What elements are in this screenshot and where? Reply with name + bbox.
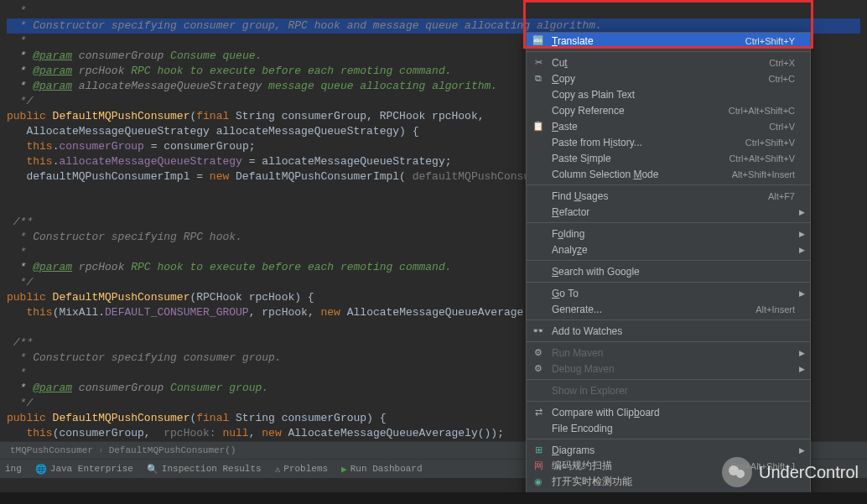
warning-icon: ⚠: [275, 464, 281, 475]
menu-item-paste-history[interactable]: Paste from History... Ctrl+Shift+V: [527, 134, 810, 150]
wechat-icon: [722, 457, 752, 487]
menu-separator: [527, 341, 810, 342]
globe-icon: 🌐: [35, 464, 47, 475]
menu-separator: [527, 439, 810, 439]
menu-separator: [527, 222, 810, 223]
menu-item-refactor[interactable]: Refactor ▶: [527, 204, 810, 220]
menu-separator: [527, 51, 810, 52]
paste-icon: 📋: [532, 120, 545, 133]
chevron-right-icon: ›: [98, 445, 104, 455]
breadcrumb-item[interactable]: tMQPushConsumer: [5, 445, 98, 455]
menu-item-cut[interactable]: ✂ Cut Ctrl+X: [527, 55, 810, 70]
toggle-icon: ◉: [532, 475, 545, 489]
menu-item-analyze[interactable]: Analyze ▶: [527, 242, 810, 257]
menu-item-search-google[interactable]: Search with Google: [527, 263, 810, 279]
menu-item-paste-simple[interactable]: Paste Simple Ctrl+Alt+Shift+V: [527, 150, 810, 166]
alibaba-icon: 网: [532, 460, 545, 473]
tool-window-tab[interactable]: ⚠Problems: [275, 464, 328, 475]
chevron-right-icon: ▶: [799, 208, 805, 216]
watermark: UnderControl: [722, 457, 859, 487]
cut-icon: ✂: [532, 56, 545, 70]
gear-icon: ⚙: [532, 362, 545, 376]
menu-separator: [527, 260, 810, 261]
menu-item-compare-clipboard[interactable]: ⇄ Compare with Clipboard: [527, 404, 810, 420]
menu-separator: [527, 320, 810, 320]
tool-window-tab[interactable]: ing: [5, 464, 22, 474]
menu-item-column-selection[interactable]: Column Selection Mode Alt+Shift+Insert: [527, 166, 810, 182]
menu-separator: [527, 184, 810, 185]
chevron-right-icon: ▶: [799, 349, 805, 357]
tool-window-tab[interactable]: ▶Run Dashboard: [341, 464, 422, 475]
tool-window-tab[interactable]: 🌐Java Enterprise: [35, 464, 133, 475]
chevron-right-icon: ▶: [799, 246, 805, 254]
menu-separator: [527, 282, 810, 283]
menu-item-show-explorer[interactable]: Show in Explorer: [527, 382, 810, 398]
diagram-icon: ⊞: [532, 444, 545, 457]
breadcrumb-item[interactable]: DefaultMQPushConsumer(): [104, 445, 241, 455]
menu-separator: [527, 379, 810, 380]
code-line: *: [7, 3, 860, 18]
menu-item-generate[interactable]: Generate... Alt+Insert: [527, 301, 810, 317]
menu-separator: [527, 401, 810, 402]
translate-icon: 🔤: [532, 34, 545, 48]
chevron-right-icon: ▶: [799, 365, 805, 373]
menu-item-diagrams[interactable]: ⊞ Diagrams ▶: [527, 442, 810, 458]
chevron-right-icon: ▶: [799, 230, 805, 238]
menu-item-paste[interactable]: 📋 Paste Ctrl+V: [527, 118, 810, 134]
tool-window-tab[interactable]: 🔍Inspection Results: [147, 464, 262, 475]
copy-icon: ⧉: [532, 72, 545, 86]
menu-item-debug-maven[interactable]: ⚙ Debug Maven ▶: [527, 361, 810, 377]
menu-item-translate[interactable]: 🔤 TTranslateranslate Ctrl+Shift+Y: [527, 33, 810, 49]
gear-icon: ⚙: [532, 346, 545, 360]
play-icon: ▶: [341, 464, 347, 475]
menu-item-goto[interactable]: Go To ▶: [527, 285, 810, 301]
svg-point-1: [736, 470, 745, 478]
menu-item-run-maven[interactable]: ⚙ Run Maven ▶: [527, 345, 810, 361]
chevron-right-icon: ▶: [799, 289, 805, 298]
menu-item-find-usages[interactable]: Find Usages Alt+F7: [527, 188, 810, 204]
glasses-icon: 👓: [532, 325, 545, 338]
menu-item-copy-plain[interactable]: Copy as Plain Text: [527, 86, 810, 102]
taskbar: [0, 492, 867, 504]
menu-item-folding[interactable]: Folding ▶: [527, 226, 810, 242]
compare-icon: ⇄: [532, 406, 545, 419]
context-menu: 🔤 TTranslateranslate Ctrl+Shift+Y ✂ Cut …: [526, 32, 811, 504]
inspect-icon: 🔍: [147, 464, 158, 475]
menu-item-add-watches[interactable]: 👓 Add to Watches: [527, 323, 810, 339]
menu-item-copy[interactable]: ⧉ Copy Ctrl+C: [527, 70, 810, 86]
menu-item-file-encoding[interactable]: File Encoding: [527, 420, 810, 436]
chevron-right-icon: ▶: [799, 446, 805, 455]
menu-item-copy-reference[interactable]: Copy Reference Ctrl+Alt+Shift+C: [527, 102, 810, 118]
